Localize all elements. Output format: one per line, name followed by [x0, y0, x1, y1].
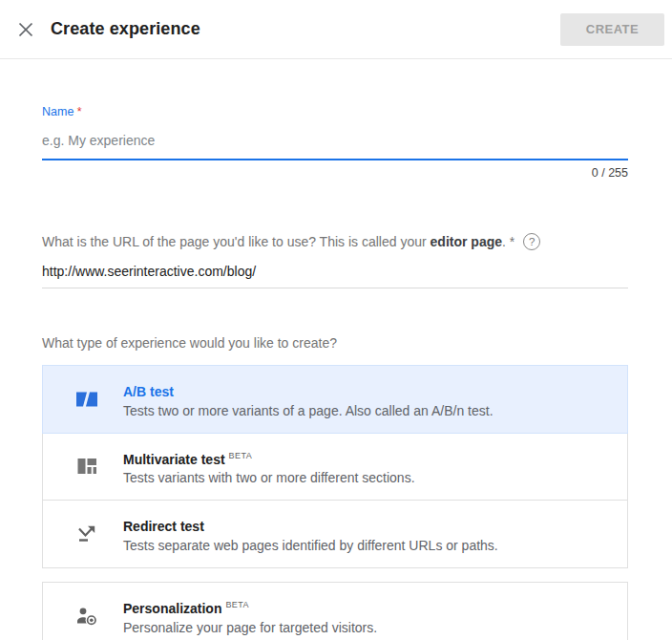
experience-type-options: A/B test Tests two or more variants of a…: [42, 365, 628, 640]
beta-badge: BETA: [225, 600, 248, 609]
name-input[interactable]: [42, 133, 628, 148]
option-ab-test[interactable]: A/B test Tests two or more variants of a…: [42, 365, 628, 434]
dialog-body: Name * 0 / 255 What is the URL of the pa…: [0, 105, 672, 640]
create-experience-dialog: Create experience CREATE Name * 0 / 255 …: [0, 0, 672, 640]
option-description: Tests separate web pages identified by d…: [123, 538, 498, 554]
option-text: PersonalizationBETA Personalize your pag…: [123, 596, 377, 636]
name-field-label: Name *: [42, 105, 628, 118]
name-label-text: Name: [42, 105, 74, 118]
option-title: PersonalizationBETA: [123, 596, 377, 617]
option-description: Personalize your page for targeted visit…: [123, 620, 377, 636]
option-title: Redirect test: [123, 514, 498, 535]
close-icon: [15, 19, 36, 40]
help-icon[interactable]: ?: [523, 233, 540, 250]
beta-badge: BETA: [229, 451, 252, 460]
url-question-text: What is the URL of the page you'd like t…: [42, 234, 514, 249]
url-input-underline: [42, 263, 628, 288]
option-text: Multivariate testBETA Tests variants wit…: [123, 447, 415, 487]
option-description: Tests two or more variants of a page. Al…: [123, 403, 494, 419]
redirect-icon: [75, 523, 98, 545]
experience-type-question: What type of experience would you like t…: [42, 335, 628, 351]
option-text: A/B test Tests two or more variants of a…: [123, 379, 494, 419]
create-button[interactable]: CREATE: [560, 13, 664, 46]
personalization-icon: [75, 605, 98, 628]
character-counter: 0 / 255: [42, 166, 628, 180]
option-description: Tests variants with two or more differen…: [123, 470, 415, 486]
option-title: A/B test: [123, 379, 494, 400]
close-button[interactable]: [10, 13, 42, 46]
required-asterisk: *: [77, 105, 82, 118]
option-redirect-test[interactable]: Redirect test Tests separate web pages i…: [42, 500, 628, 568]
option-text: Redirect test Tests separate web pages i…: [123, 514, 498, 554]
ab-test-icon: [75, 388, 98, 411]
dialog-header: Create experience CREATE: [0, 0, 672, 59]
editor-page-url-input[interactable]: [42, 264, 628, 279]
name-input-underline: [42, 132, 628, 160]
multivariate-icon: [75, 455, 98, 478]
option-multivariate-test[interactable]: Multivariate testBETA Tests variants wit…: [42, 433, 628, 501]
option-personalization[interactable]: PersonalizationBETA Personalize your pag…: [42, 582, 628, 640]
page-title: Create experience: [51, 19, 560, 39]
option-title: Multivariate testBETA: [123, 447, 415, 468]
url-question: What is the URL of the page you'd like t…: [42, 233, 628, 250]
editor-page-emphasis: editor page: [430, 234, 502, 249]
